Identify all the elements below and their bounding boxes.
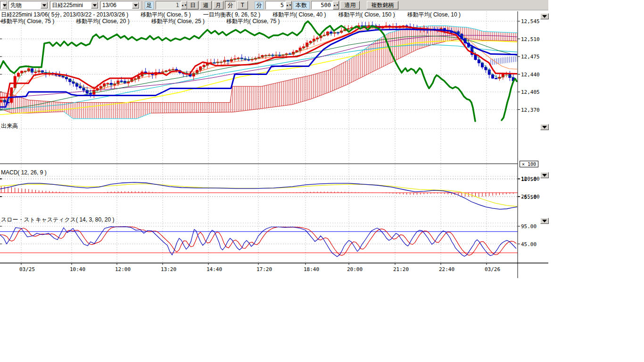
apply-button[interactable]: 適用: [340, 1, 360, 9]
indicator-legend-row-2: 移動平均( Close, 75 )移動平均( Close, 20 )移動平均( …: [1, 17, 280, 25]
spinner-arrows-icon[interactable]: ▲▼: [181, 1, 187, 9]
y-axis-tick-label: -5.50: [521, 194, 537, 200]
y-axis-tick-label: 12,370: [521, 107, 540, 113]
symbol-combobox[interactable]: 日経225mini: [50, 1, 99, 9]
x-axis-time-label: 22:40: [439, 266, 454, 272]
x-axis-time-label: 14:40: [206, 266, 222, 272]
legend-item-3: 移動平均( Close, 75 ): [226, 17, 280, 25]
x-axis-time-label: 13:20: [161, 266, 176, 272]
instrument-type-value: 先物: [10, 1, 40, 9]
x-axis-time-label: 17:20: [256, 266, 272, 272]
x-axis-time-label: 03/25: [19, 266, 35, 272]
chevron-down-icon[interactable]: [41, 2, 48, 8]
chevron-down-icon[interactable]: [132, 2, 139, 8]
legend-item-3: 移動平均( Close, 40 ): [272, 11, 326, 19]
x-axis-time-label: 21:20: [393, 266, 409, 272]
bar-count-stepper[interactable]: 500 ▲▼: [311, 1, 339, 9]
y-axis-tick-label: 18.50: [521, 176, 537, 182]
minute-label: 分: [255, 1, 264, 9]
chart-application: 先物 日経225mini 13/06 足 1 ▲▼ 日 週 月 分 T 分 5 …: [0, 0, 644, 362]
toolbar-divider: [142, 1, 143, 9]
x-axis-time-label: 03/26: [485, 266, 500, 272]
x-axis-time-label: 12:00: [115, 266, 131, 272]
legend-item-2: 移動平均( Close, 25 ): [151, 17, 205, 25]
chevron-down-icon[interactable]: [91, 2, 98, 8]
y-axis-tick-label: 12,545: [521, 18, 540, 25]
chevron-down-icon: [542, 174, 547, 177]
stoch-panel-label: スロー・ストキャスティクス( 14, 3, 80, 20 ): [1, 216, 114, 224]
stoch-scale-dropdown-button[interactable]: [540, 218, 549, 224]
macd-scale-dropdown-button[interactable]: [540, 172, 549, 178]
macd-panel-label: MACD( 12, 26, 9 ): [1, 169, 47, 176]
volume-scale-dropdown-button[interactable]: [540, 124, 549, 130]
x-axis-time-label: 10:40: [70, 266, 85, 272]
y-axis-tick-label: 12,440: [521, 72, 540, 78]
price-scale-dropdown-button[interactable]: [540, 13, 549, 19]
period-button-day[interactable]: 日: [187, 1, 198, 9]
bar-count-value[interactable]: 500: [311, 1, 333, 9]
legend-item-0: 移動平均( Close, 75 ): [1, 17, 54, 25]
toolbar: 先物 日経225mini 13/06 足 1 ▲▼ 日 週 月 分 T 分 5 …: [0, 0, 548, 10]
chart-area: 日経225mini 13/06( 5分, 2013/03/22 - 2013/0…: [0, 10, 644, 278]
x-axis-time-label: 18:40: [304, 266, 319, 272]
volume-panel-label: 出来高: [1, 122, 18, 130]
bar-count-label: 本数: [293, 1, 310, 9]
spinner-arrows-icon[interactable]: ▲▼: [286, 1, 292, 9]
toolbar-divider: [7, 1, 8, 9]
chevron-down-icon: [542, 126, 547, 129]
legend-item-4: 移動平均( Close, 150 ): [339, 11, 395, 19]
multi-symbol-button[interactable]: 複数銘柄: [367, 1, 398, 9]
volume-multiplier-badge: × 100: [520, 161, 538, 167]
bar-type-label: 足: [145, 1, 154, 9]
bar-interval-value: 1: [156, 1, 181, 9]
spinner-arrows-icon[interactable]: ▲▼: [333, 1, 339, 9]
x-axis-time-label: 20:00: [347, 266, 363, 272]
y-axis-tick-label: 12,405: [521, 89, 540, 95]
y-axis-tick-label: 95.00: [521, 223, 537, 230]
y-axis-tick-label: 12,475: [521, 54, 540, 60]
minute-stepper[interactable]: 5 ▲▼: [265, 1, 292, 9]
chevron-down-icon: [542, 220, 547, 222]
contract-month-combobox[interactable]: 13/06: [100, 1, 140, 9]
period-button-month[interactable]: 月: [213, 1, 223, 9]
symbol-value: 日経225mini: [52, 1, 91, 9]
legend-item-5: 移動平均( Close, 10 ): [407, 11, 461, 19]
instrument-type-combobox[interactable]: 先物: [8, 1, 49, 9]
period-button-minute[interactable]: 分: [225, 1, 236, 9]
minute-value[interactable]: 5: [265, 1, 286, 9]
legend-item-1: 移動平均( Close, 20 ): [76, 17, 129, 25]
chevron-down-icon: [542, 15, 547, 18]
bar-interval-stepper[interactable]: 1 ▲▼: [156, 1, 187, 9]
contract-month-value: 13/06: [102, 2, 132, 8]
period-button-week[interactable]: 週: [200, 1, 212, 9]
left-edge-combo-stub[interactable]: [0, 1, 7, 9]
price-chart-canvas: [0, 10, 644, 278]
period-button-tick[interactable]: T: [237, 1, 248, 9]
y-axis-tick-label: 12,510: [521, 36, 540, 42]
y-axis-tick-label: 45.00: [521, 241, 537, 247]
